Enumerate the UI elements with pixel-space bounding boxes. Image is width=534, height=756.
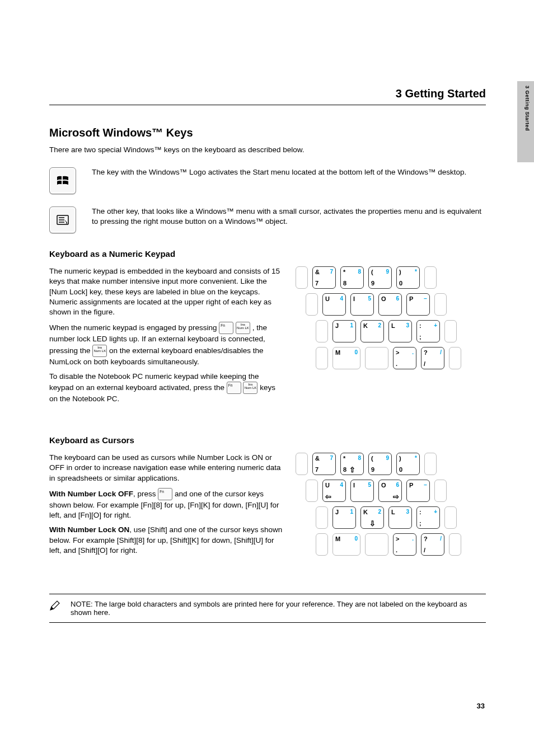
cursors-p3: With Number Lock ON, use [Shift] and one… xyxy=(49,525,284,556)
note-box: NOTE: The large bold characters and symb… xyxy=(49,594,486,623)
section-title-numeric-keypad: Keyboard as a Numeric Keypad xyxy=(49,249,486,259)
numkeypad-p2: When the numeric keypad is engaged by pr… xyxy=(49,322,284,367)
arrow-right-icon: ⇨ xyxy=(379,492,401,501)
cursors-p2: With Number Lock OFF, press Fn and one o… xyxy=(49,488,284,520)
arrow-left-icon: ⇦ xyxy=(323,492,345,501)
page-number: 33 xyxy=(477,702,485,710)
pencil-icon xyxy=(49,600,60,611)
arrow-up-icon: ⇧ xyxy=(341,466,363,474)
section-title-cursors: Keyboard as Cursors xyxy=(49,435,486,445)
menu-key-row: The other key, that looks like a Windows… xyxy=(49,206,486,233)
numkeypad-p1: The numeric keypad is embedded in the ke… xyxy=(49,266,284,317)
fn-key-inline: Fn xyxy=(219,322,233,334)
section-title-windows-keys: Microsoft Windows™ Keys xyxy=(49,126,486,139)
ins-numlk-key-inline-3: InsNum LK xyxy=(243,382,257,394)
ins-numlk-key-inline-2: InsNum LK xyxy=(92,345,107,357)
cursors-text-block: The keyboard can be used as cursors whil… xyxy=(49,453,284,560)
windows-logo-key-icon xyxy=(49,167,76,194)
side-tab: 3 Getting Started xyxy=(517,81,534,162)
windows-logo-key-row: The key with the Windows™ Logo activates… xyxy=(49,167,486,194)
winmenu-intro: There are two special Windows™ keys on t… xyxy=(49,145,486,155)
numkeypad-text-block: The numeric keypad is embedded in the ke… xyxy=(49,266,284,408)
menu-key-icon xyxy=(49,206,76,233)
numeric-keypad-diagram: &77 *88 (99 )*0 U4 I5 O6 P− J1 K2 L3 xyxy=(296,266,463,374)
page-header: 3 Getting Started xyxy=(49,0,486,105)
cursor-keypad-diagram: &77 *88⇧ (99 )*0 U4⇦ I5 O6⇨ P− J1 K2⇩ L3 xyxy=(296,453,463,560)
fn-key-inline-2: Fn xyxy=(227,382,241,394)
page-title: 3 Getting Started xyxy=(396,87,486,100)
cursors-p1: The keyboard can be used as cursors whil… xyxy=(49,453,284,483)
ins-numlk-key-inline: InsNum LK xyxy=(236,322,250,334)
note-text: NOTE: The large bold characters and symb… xyxy=(71,600,486,617)
side-tab-label: 3 Getting Started xyxy=(524,86,530,131)
fn-key-inline-3: Fn xyxy=(158,488,172,500)
numkeypad-p3: To disable the Notebook PC numeric keypa… xyxy=(49,372,284,404)
menu-key-desc: The other key, that looks like a Windows… xyxy=(92,206,486,227)
arrow-down-icon: ⇩ xyxy=(361,519,383,528)
windows-logo-key-desc: The key with the Windows™ Logo activates… xyxy=(92,167,486,177)
